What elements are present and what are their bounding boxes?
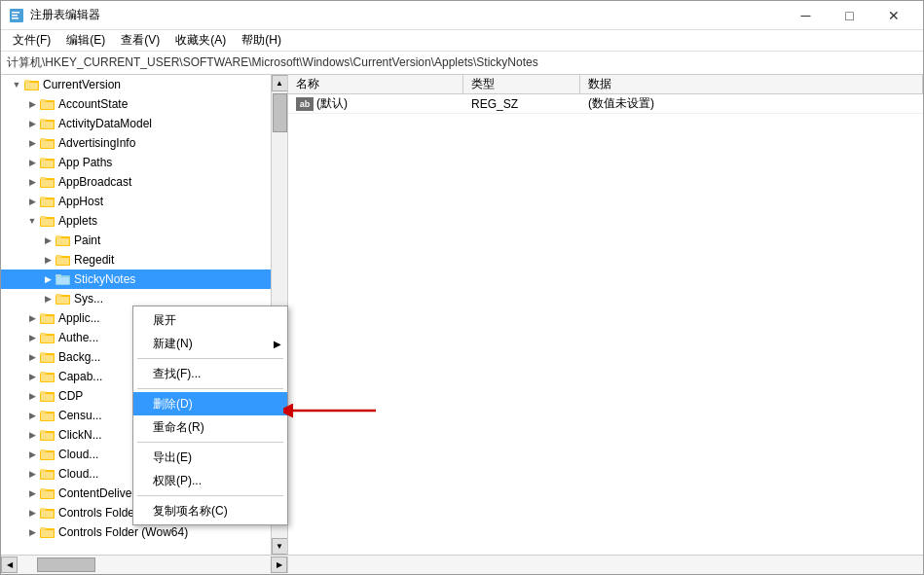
- tree-item-regedit[interactable]: ▶ Regedit: [1, 250, 271, 270]
- tree-item-paint[interactable]: ▶ Paint: [1, 231, 271, 250]
- tree-label: Applic...: [58, 311, 100, 325]
- value-name-cell: ab (默认): [288, 95, 463, 112]
- svg-rect-69: [41, 491, 54, 498]
- tree-label-stickynotes: StickyNotes: [74, 272, 135, 286]
- tree-item-accountstate[interactable]: ▶ AccountState: [1, 94, 271, 114]
- ctx-new[interactable]: 新建(N)▶: [133, 332, 287, 355]
- scroll-down-btn[interactable]: ▼: [272, 538, 288, 555]
- close-button[interactable]: ✕: [871, 1, 915, 30]
- folder-icon: [40, 97, 55, 111]
- tree-item-applets[interactable]: ▼ Applets: [1, 211, 271, 231]
- h-scroll-thumb[interactable]: [37, 557, 95, 572]
- tree-label: Sys...: [74, 292, 103, 305]
- value-name: (默认): [316, 95, 348, 112]
- menu-favorites[interactable]: 收藏夹(A): [167, 30, 234, 51]
- menu-edit[interactable]: 编辑(E): [58, 30, 113, 51]
- expand-icon: ▶: [40, 271, 55, 287]
- menu-file[interactable]: 文件(F): [5, 30, 58, 51]
- svg-rect-75: [41, 530, 54, 537]
- tree-label: AppHost: [58, 195, 103, 208]
- ctx-permissions[interactable]: 权限(P)...: [133, 469, 287, 492]
- tree-item-activitydatamodel[interactable]: ▶ ActivityDataModel: [1, 114, 271, 133]
- svg-rect-63: [41, 452, 54, 459]
- svg-rect-2: [12, 15, 18, 17]
- svg-rect-36: [56, 277, 69, 284]
- expand-icon: ▶: [24, 427, 40, 443]
- ctx-separator-3: [137, 442, 283, 443]
- tree-item-appbroadcast[interactable]: ▶ AppBroadcast: [1, 172, 271, 192]
- expand-icon: ▶: [24, 135, 40, 151]
- svg-rect-5: [24, 80, 30, 83]
- tree-item-advertisinginfo[interactable]: ▶ AdvertisingInfo: [1, 133, 271, 153]
- folder-icon: [40, 117, 55, 130]
- svg-rect-26: [40, 216, 46, 219]
- tree-label: Applets: [58, 214, 97, 228]
- h-scroll-right-btn[interactable]: ▶: [271, 557, 287, 573]
- ctx-expand[interactable]: 展开: [133, 308, 287, 332]
- folder-icon: [40, 136, 55, 150]
- menu-view[interactable]: 查看(V): [113, 30, 167, 51]
- svg-rect-74: [40, 527, 46, 530]
- tree-label: Backg...: [58, 350, 100, 364]
- folder-icon: [40, 175, 55, 189]
- window-icon: [9, 8, 24, 23]
- svg-rect-27: [41, 219, 54, 226]
- tree-label: AccountState: [58, 97, 128, 111]
- svg-rect-24: [41, 199, 54, 206]
- expand-icon: ▶: [24, 310, 40, 326]
- svg-rect-59: [40, 430, 46, 433]
- ctx-copy-name[interactable]: 复制项名称(C): [133, 499, 287, 522]
- tree-item-apphost[interactable]: ▶ AppHost: [1, 192, 271, 211]
- scroll-thumb[interactable]: [273, 93, 287, 132]
- folder-icon: [40, 156, 55, 169]
- value-data-cell: (数值未设置): [580, 95, 923, 112]
- scroll-up-btn[interactable]: ▲: [272, 75, 288, 91]
- col-header-type: 类型: [463, 75, 580, 93]
- expand-icon: ▶: [40, 291, 55, 306]
- expand-icon: ▶: [24, 349, 40, 365]
- h-scroll-left-btn[interactable]: ◀: [1, 557, 18, 573]
- folder-icon: [55, 253, 71, 267]
- tree-label-currentversion: CurrentVersion: [43, 78, 121, 91]
- svg-rect-68: [40, 488, 46, 491]
- maximize-button[interactable]: □: [828, 1, 871, 30]
- ctx-find[interactable]: 查找(F)...: [133, 362, 287, 385]
- tree-item-controls-folder-wow64[interactable]: ▶ Controls Folder (Wow64): [1, 522, 271, 542]
- folder-icon: [40, 486, 55, 500]
- svg-rect-29: [55, 235, 61, 238]
- expand-icon: ▶: [24, 330, 40, 345]
- tree-label: ClickN...: [58, 428, 102, 442]
- tree-label: Controls Folder (Wow64): [58, 525, 188, 539]
- folder-icon: [40, 331, 55, 344]
- tree-item-currentversion[interactable]: ▼ CurrentVersion: [1, 75, 271, 94]
- folder-icon: [40, 448, 55, 461]
- tree-label: Controls Folder: [58, 506, 138, 520]
- tree-item-stickynotes[interactable]: ▶ StickyNotes: [1, 270, 271, 289]
- registry-value-row[interactable]: ab (默认) REG_SZ (数值未设置): [288, 94, 923, 114]
- tree-item-app-paths[interactable]: ▶ App Paths: [1, 153, 271, 172]
- value-type-cell: REG_SZ: [463, 97, 580, 111]
- svg-rect-48: [41, 355, 54, 362]
- folder-icon: [40, 389, 55, 403]
- minimize-button[interactable]: ─: [784, 1, 828, 30]
- tree-label: Cloud...: [58, 448, 98, 461]
- ctx-delete[interactable]: 删除(D): [133, 392, 287, 415]
- folder-open-icon: [40, 214, 55, 228]
- ctx-rename[interactable]: 重命名(R): [133, 415, 287, 439]
- address-bar: 计算机\HKEY_CURRENT_USER\SOFTWARE\Microsoft…: [1, 52, 923, 75]
- svg-rect-57: [41, 413, 54, 420]
- address-path: 计算机\HKEY_CURRENT_USER\SOFTWARE\Microsoft…: [7, 54, 538, 71]
- ctx-export[interactable]: 导出(E): [133, 446, 287, 469]
- tree-label: Regedit: [74, 253, 114, 267]
- folder-icon: [40, 409, 55, 422]
- expand-icon: ▶: [24, 174, 40, 190]
- svg-rect-66: [41, 472, 54, 479]
- expand-icon: ▶: [24, 96, 40, 112]
- folder-icon: [55, 234, 71, 247]
- svg-rect-14: [40, 138, 46, 141]
- tree-label: Cloud...: [58, 467, 98, 481]
- col-header-name: 名称: [288, 75, 463, 93]
- menu-help[interactable]: 帮助(H): [234, 30, 289, 51]
- svg-rect-45: [41, 336, 54, 342]
- folder-icon: [40, 428, 55, 442]
